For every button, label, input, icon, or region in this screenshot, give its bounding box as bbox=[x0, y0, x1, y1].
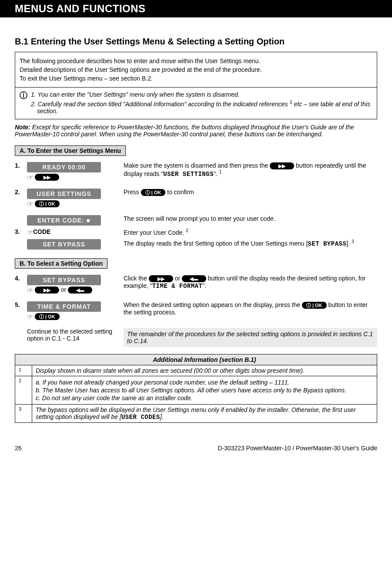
hand-icon: ☞ bbox=[27, 200, 33, 208]
or-text: or bbox=[59, 286, 68, 293]
addl-text-1: Display shown in disarm state when all z… bbox=[32, 365, 377, 376]
addl-2c: c. Do not set any user code the same as … bbox=[36, 395, 373, 402]
step-bypass-desc-b: ]. bbox=[346, 240, 352, 246]
step-3-sup: 2 bbox=[186, 228, 188, 233]
note-paragraph: Note: Except for specific reference to P… bbox=[15, 124, 377, 138]
addl-3b: ]. bbox=[160, 413, 164, 420]
hand-icon: ☞ bbox=[27, 174, 33, 181]
intro-p2: Detailed descriptions of the User Settin… bbox=[20, 66, 372, 73]
step-1-desc-c: ". bbox=[214, 170, 219, 177]
page-footer: 26 D-303223 PowerMaster-10 / PowerMaster… bbox=[15, 445, 377, 452]
intro-note-1: 1. You can enter the "User Settings" men… bbox=[31, 91, 372, 98]
step-3-desc-a: Enter your User Code. bbox=[124, 229, 186, 236]
step-bypass-lcd-text: SET BYPASS bbox=[308, 240, 346, 247]
step-bypass-desc-a: The display reads the first Setting opti… bbox=[124, 240, 308, 246]
continue-left: Continue to the selected setting option … bbox=[27, 328, 122, 342]
back-button[interactable]: ◀▬ bbox=[68, 287, 92, 294]
addl-ref-3: 3 bbox=[15, 404, 32, 422]
remainder-box: The remainder of the procedures for the … bbox=[124, 328, 377, 347]
section-title: B.1 Entering the User Settings Menu & Se… bbox=[15, 37, 377, 47]
step-enter-code: ENTER CODE: ■ The screen will now prompt… bbox=[15, 215, 377, 226]
note-prefix: Note: bbox=[15, 124, 30, 131]
step-3-num: 3. bbox=[15, 228, 27, 235]
back-button-inline[interactable]: ◀▬ bbox=[182, 275, 206, 282]
step-4-desc-a: Click the bbox=[124, 275, 149, 282]
step-2-desc-a: Press bbox=[124, 189, 141, 196]
lcd-time-format: TIME & FORMAT bbox=[27, 301, 101, 312]
lcd-user-settings: USER SETTINGS bbox=[27, 189, 101, 199]
addl-text-3: The bypass options will be displayed in … bbox=[32, 404, 377, 422]
step-enter-code-desc: The screen will now prompt you to enter … bbox=[122, 215, 377, 222]
addl-3-lcd: USER CODES bbox=[121, 414, 160, 421]
ok-button[interactable]: ⓘ | OK bbox=[35, 313, 60, 320]
intro-note-2a: 2. Carefully read the section titled "Ad… bbox=[31, 101, 289, 108]
ok-button-inline[interactable]: ⓘ | OK bbox=[141, 189, 166, 196]
addl-ref-2: 2 bbox=[15, 376, 32, 404]
intro-p1: The following procedure describes how to… bbox=[20, 57, 372, 64]
step-set-bypass: SET BYPASS The display reads the first S… bbox=[15, 239, 377, 250]
lcd-set-bypass: SET BYPASS bbox=[27, 239, 101, 250]
additional-info-table: Additional Information (section B.1) 1 D… bbox=[15, 354, 377, 423]
step-5-num: 5. bbox=[15, 301, 27, 308]
info-icon: ⓘ bbox=[20, 90, 31, 115]
addl-title: Additional Information (section B.1) bbox=[32, 354, 377, 365]
lcd-enter-code: ENTER CODE: ■ bbox=[27, 215, 101, 226]
forward-button[interactable]: ▶▶ bbox=[35, 174, 59, 181]
note-body: Except for specific reference to PowerMa… bbox=[15, 124, 354, 138]
step-5: 5. TIME & FORMAT ☞ ⓘ | OK When the desir… bbox=[15, 301, 377, 321]
step-4-desc-mid: or bbox=[173, 275, 182, 282]
step-5-desc-a: When the desired setting option appears … bbox=[124, 301, 302, 308]
step-3: 3. ☞CODE Enter your User Code. 2 bbox=[15, 228, 377, 236]
hand-icon: ☞ bbox=[27, 287, 33, 294]
hand-icon: ☞ bbox=[27, 229, 33, 236]
page-header: MENUS AND FUNCTIONS bbox=[0, 0, 392, 17]
forward-button-inline[interactable]: ▶▶ bbox=[270, 162, 294, 169]
step-4-num: 4. bbox=[15, 275, 27, 282]
lcd-set-bypass-2: SET BYPASS bbox=[27, 275, 101, 285]
step-2-num: 2. bbox=[15, 189, 27, 196]
step-2: 2. USER SETTINGS ☞ ⓘ | OK Press ⓘ | OK t… bbox=[15, 189, 377, 208]
forward-button[interactable]: ▶▶ bbox=[35, 287, 59, 294]
step-set-bypass-desc: The display reads the first Setting opti… bbox=[122, 239, 377, 247]
step-1: 1. READY 00:00 ☞ ▶▶ Make sure the system… bbox=[15, 162, 377, 182]
step-3-desc: Enter your User Code. 2 bbox=[122, 228, 377, 236]
code-label: CODE bbox=[33, 228, 50, 235]
step-1-desc: Make sure the system is disarmed and the… bbox=[122, 162, 377, 178]
hand-icon: ☞ bbox=[27, 313, 33, 321]
continue-row: Continue to the selected setting option … bbox=[15, 328, 377, 347]
forward-button-inline[interactable]: ▶▶ bbox=[149, 275, 173, 282]
step-1-desc-a: Make sure the system is disarmed and the… bbox=[124, 162, 270, 169]
page-number: 26 bbox=[15, 445, 22, 452]
intro-box: The following procedure describes how to… bbox=[15, 52, 377, 119]
intro-p3: To exit the User Settings menu – see sec… bbox=[20, 75, 372, 82]
lcd-ready: READY 00:00 bbox=[27, 162, 101, 172]
addl-2b: b. The Master User has access to all Use… bbox=[36, 387, 373, 394]
addl-3a: The bypass options will be displayed in … bbox=[36, 406, 356, 420]
doc-id: D-303223 PowerMaster-10 / PowerMaster-30… bbox=[218, 445, 377, 452]
step-2-desc: Press ⓘ | OK to confirm bbox=[122, 189, 377, 196]
step-1-num: 1. bbox=[15, 162, 27, 169]
subsection-b-header: B. To Select a Setting Option bbox=[15, 258, 107, 269]
step-4-desc: Click the ▶▶ or ◀▬ button until the disp… bbox=[122, 275, 377, 290]
step-5-desc: When the desired setting option appears … bbox=[122, 301, 377, 316]
step-2-desc-b: to confirm bbox=[165, 189, 194, 196]
step-4-lcd-text: TIME & FORMAT bbox=[152, 283, 203, 290]
ok-button[interactable]: ⓘ | OK bbox=[35, 200, 60, 207]
step-bypass-sup: 3 bbox=[352, 239, 354, 244]
intro-note-2: 2. Carefully read the section titled "Ad… bbox=[31, 99, 372, 115]
step-4-desc-c: ". bbox=[202, 282, 206, 289]
step-4: 4. SET BYPASS ☞ ▶▶ or ◀▬ Click the ▶▶ or… bbox=[15, 275, 377, 294]
addl-2a: a. If you have not already changed your … bbox=[36, 379, 373, 386]
subsection-a-header: A. To Enter the User Settings Menu bbox=[15, 145, 126, 156]
step-1-sup: 1 bbox=[219, 169, 222, 174]
step-1-lcd-text: USER SETTINGS bbox=[163, 171, 214, 178]
ok-button-inline[interactable]: ⓘ | OK bbox=[302, 302, 327, 309]
addl-ref-1: 1 bbox=[15, 365, 32, 376]
